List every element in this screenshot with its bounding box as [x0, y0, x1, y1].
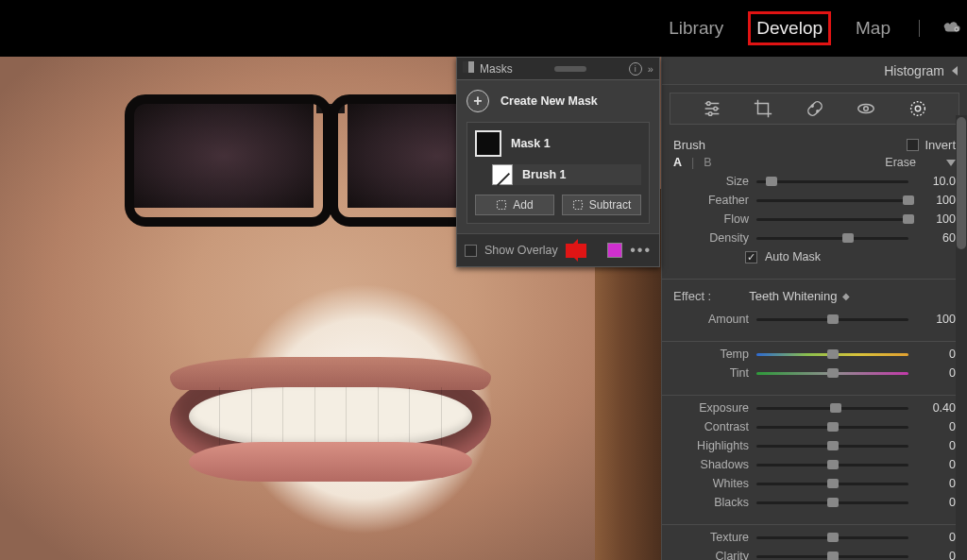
mask-name: Mask 1	[511, 137, 551, 150]
brush-b[interactable]: B	[704, 156, 711, 169]
crop-icon[interactable]	[753, 98, 773, 119]
drag-grip-icon[interactable]	[554, 66, 586, 72]
slider-density[interactable]: Density 60	[688, 231, 956, 245]
slider-whites[interactable]: Whites 0	[688, 477, 956, 490]
histogram-header[interactable]: Histogram	[662, 57, 967, 85]
effect-row: Effect : Teeth Whitening ◆	[673, 287, 956, 311]
automask-checkbox[interactable]	[745, 251, 757, 263]
invert-label: Invert	[925, 138, 956, 152]
svg-point-7	[858, 104, 874, 112]
slider-highlights[interactable]: Highlights 0	[688, 439, 956, 452]
slider-amount[interactable]: Amount 100	[688, 313, 956, 326]
svg-point-6	[816, 110, 818, 112]
brush-sliders: Size 10.0 Feather 100 Flow 100	[673, 175, 956, 245]
slider-exposure[interactable]: Exposure 0.40	[688, 401, 956, 415]
local-tools-strip	[670, 93, 959, 125]
show-overlay-checkbox[interactable]	[465, 245, 477, 257]
mask-card: Mask 1 Brush 1 Add Subtract	[467, 122, 650, 224]
automask-label: Auto Mask	[765, 250, 821, 263]
svg-point-10	[915, 106, 921, 111]
svg-rect-12	[463, 61, 468, 73]
right-panel: Histogram Brush Invert	[661, 57, 967, 560]
svg-rect-13	[498, 201, 506, 210]
module-switcher: Library Develop Map	[663, 11, 961, 45]
svg-point-5	[811, 105, 813, 107]
slider-contrast[interactable]: Contrast 0	[688, 420, 956, 433]
create-new-mask-label: Create New Mask	[500, 94, 598, 108]
histogram-label: Histogram	[884, 63, 944, 78]
heal-icon[interactable]	[805, 98, 825, 119]
brush-section: Brush Invert A | B Erase	[662, 134, 967, 273]
mask-row[interactable]: Mask 1	[475, 130, 641, 157]
info-icon[interactable]: i	[629, 62, 642, 76]
slider-clarity[interactable]: Clarity 0	[688, 550, 956, 560]
create-new-mask-row[interactable]: + Create New Mask	[467, 90, 650, 112]
redeye-icon[interactable]	[856, 98, 876, 119]
masks-panel-footer: Show Overlay •••	[457, 233, 659, 266]
updown-icon: ◆	[842, 291, 850, 301]
top-bar: Library Develop Map	[0, 0, 967, 57]
brush-title: Brush	[673, 138, 705, 152]
mask-subtract-button[interactable]: Subtract	[562, 195, 641, 215]
svg-rect-14	[573, 201, 582, 210]
add-mask-icon[interactable]: +	[467, 90, 489, 112]
divider	[919, 20, 920, 37]
annotation-arrow-icon	[566, 244, 586, 258]
slider-shadows[interactable]: Shadows 0	[688, 458, 956, 471]
photo-lower-lip	[189, 442, 472, 482]
mask-add-button[interactable]: Add	[475, 195, 554, 215]
slider-flow[interactable]: Flow 100	[688, 212, 956, 226]
slider-size[interactable]: Size 10.0	[688, 175, 956, 188]
brush-name: Brush 1	[522, 168, 567, 181]
right-panel-scrollbar[interactable]	[956, 115, 967, 560]
masks-panel-header[interactable]: Masks i »	[457, 58, 659, 80]
module-library[interactable]: Library	[663, 14, 729, 42]
mask-thumbnail	[475, 130, 501, 157]
disclosure-icon[interactable]	[946, 160, 956, 166]
brush-thumbnail-icon	[492, 164, 513, 185]
masks-panel: Masks i » + Create New Mask Mask 1 Brush…	[456, 57, 660, 267]
slider-tint[interactable]: Tint 0	[688, 366, 956, 380]
mask-mode-icon	[463, 61, 474, 76]
svg-point-2	[713, 107, 717, 110]
slider-temp[interactable]: Temp 0	[688, 348, 956, 361]
svg-point-3	[708, 112, 712, 116]
more-options-icon[interactable]: •••	[630, 242, 652, 259]
masking-icon[interactable]	[908, 98, 928, 119]
brush-a[interactable]: A	[673, 156, 682, 169]
module-develop[interactable]: Develop	[748, 11, 831, 45]
edit-sliders-icon[interactable]	[702, 98, 722, 119]
svg-point-9	[910, 102, 925, 116]
svg-point-8	[864, 107, 869, 111]
cloud-sync-icon[interactable]	[942, 20, 961, 37]
effect-label: Effect :	[673, 289, 711, 303]
brush-erase[interactable]: Erase	[885, 156, 916, 169]
brush-mode-row: A | B Erase	[673, 156, 956, 169]
photo-upper-lip	[170, 357, 491, 390]
slider-texture[interactable]: Texture 0	[688, 531, 956, 544]
slider-blacks[interactable]: Blacks 0	[688, 496, 956, 509]
show-overlay-label: Show Overlay	[484, 244, 558, 257]
svg-point-1	[706, 102, 710, 106]
invert-checkbox[interactable]	[907, 139, 919, 151]
overlay-color-swatch[interactable]	[607, 243, 622, 258]
module-map[interactable]: Map	[850, 14, 896, 42]
mask-component-row[interactable]: Brush 1	[492, 164, 641, 185]
collapse-icon	[952, 66, 958, 76]
masks-title: Masks	[480, 62, 513, 76]
scrollbar-thumb[interactable]	[957, 117, 966, 249]
slider-feather[interactable]: Feather 100	[688, 194, 956, 207]
svg-rect-4	[806, 100, 823, 117]
effect-preset-picker[interactable]: Teeth Whitening ◆	[749, 289, 850, 303]
collapse-chevrons-icon[interactable]: »	[648, 63, 653, 75]
photo-teeth	[189, 387, 472, 446]
